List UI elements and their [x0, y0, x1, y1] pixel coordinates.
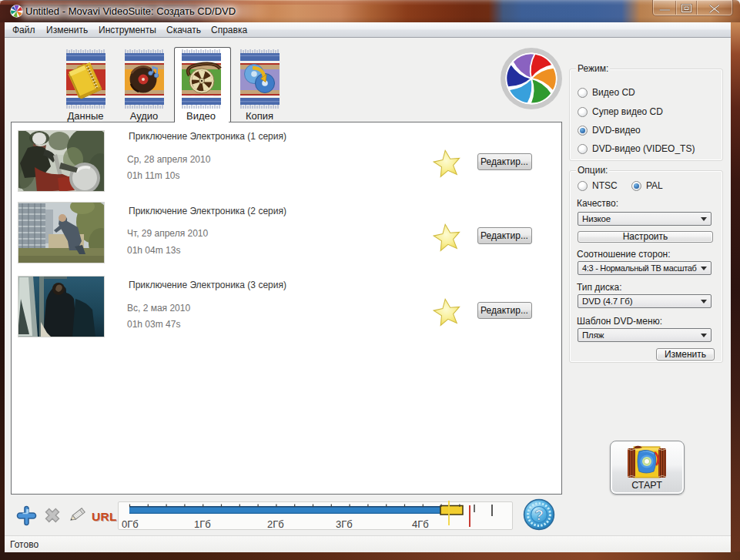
svg-text:?: ?: [534, 507, 544, 523]
svg-text:URL: URL: [92, 510, 117, 523]
